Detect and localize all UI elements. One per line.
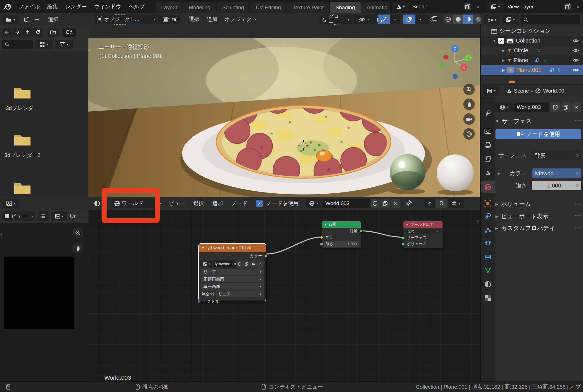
tab-animation[interactable]: Animatio <box>361 2 390 13</box>
file-browser-menu-select[interactable]: 選択 <box>44 13 62 26</box>
surface-value-dropdown[interactable]: 背景 <box>532 151 581 160</box>
tab-modeling[interactable]: Modeling <box>183 2 216 13</box>
shader-type-dropdown[interactable]: ワールド <box>111 199 158 208</box>
properties-editor-dropdown[interactable]: ▾ <box>483 86 499 96</box>
tab-sculpting[interactable]: Sculpting <box>217 2 250 13</box>
shader-menu-select[interactable]: 選択 <box>190 197 208 210</box>
xray-toggle[interactable] <box>428 15 440 24</box>
world-fake-user-button[interactable] <box>551 102 560 112</box>
image-pan-button[interactable] <box>72 242 83 253</box>
viewport-canvas[interactable]: ユーザー・透視投影 (1) Collection | Plane.001 › ‹… <box>88 38 480 197</box>
menu-window[interactable]: ウィンドウ <box>90 0 125 13</box>
scene-unlink-button[interactable]: × <box>476 4 479 10</box>
tab-object-data-icon[interactable] <box>485 267 491 273</box>
copy-id-button[interactable] <box>381 199 390 208</box>
output-target-dropdown[interactable]: 全て▾ <box>403 228 443 235</box>
tab-world-active[interactable] <box>481 181 495 193</box>
world-name-field[interactable]: World.003 <box>514 102 549 112</box>
blender-logo-icon[interactable] <box>3 3 12 10</box>
view-layer-remove-button[interactable]: × <box>577 4 580 10</box>
tab-physics-icon[interactable] <box>485 240 491 247</box>
world-unlink-button[interactable]: × <box>572 102 581 112</box>
animate-dot[interactable] <box>576 154 579 157</box>
gizmos-dropdown[interactable]: ▾ <box>390 15 400 24</box>
view-layer-name-field[interactable]: View Layer × <box>505 2 581 11</box>
drag-dots[interactable]: ∷∷ <box>575 119 581 123</box>
scene-dropdown[interactable]: ▾ <box>392 2 409 11</box>
expand-triangle[interactable]: ▶ <box>502 68 505 72</box>
tab-output-icon[interactable] <box>485 142 491 148</box>
sidebar-collapse-chevron[interactable]: ‹ <box>476 46 478 52</box>
image-browse-dropdown[interactable]: ▾ <box>51 212 67 221</box>
node-background[interactable]: ▼背景 背景 カラー 強さ1.000 <box>322 221 361 248</box>
create-folder-button[interactable] <box>48 28 59 37</box>
pin-button[interactable] <box>406 200 412 207</box>
image-view-mode-dropdown[interactable]: ビュー▾ <box>2 212 35 221</box>
world-datablock-dropdown[interactable]: ▾ <box>495 102 513 112</box>
menu-edit[interactable]: 編集 <box>44 0 62 13</box>
socket-strength-input[interactable] <box>320 243 323 246</box>
toolbar-expand-chevron[interactable]: › <box>89 47 91 53</box>
shader-type-chevron[interactable]: ▾ <box>160 202 162 205</box>
file-item-folder[interactable]: 3dブレンダー2 <box>13 132 48 159</box>
tab-scene-icon[interactable] <box>485 170 491 175</box>
outliner-row-plane-001[interactable]: ▶ ▼ Plane.001 <box>481 65 583 75</box>
shading-wireframe-button[interactable] <box>443 15 453 24</box>
colorspace-dropdown[interactable]: リニア▾ <box>216 291 264 297</box>
node-snap-target-dropdown[interactable]: ▾ <box>448 199 464 208</box>
shading-solid-button[interactable] <box>453 15 463 24</box>
outliner-display-dropdown[interactable]: ▾ <box>484 15 500 24</box>
viewport-menu-select[interactable]: 選択 <box>185 13 203 25</box>
node-world-output-header[interactable]: ▼ワールド出力 <box>403 221 443 228</box>
image-copy-button[interactable] <box>243 260 250 267</box>
parent-node-tree-button[interactable] <box>424 199 435 208</box>
shading-material-button[interactable] <box>463 15 473 24</box>
color-value-dropdown[interactable]: lythwoo... <box>532 168 581 178</box>
node-snap-toggle[interactable] <box>436 199 447 208</box>
use-nodes-checkbox[interactable]: ✓ <box>256 200 263 207</box>
tab-constraints-icon[interactable] <box>485 254 491 260</box>
outliner-row-partial[interactable] <box>481 75 583 84</box>
shader-editor-type-dropdown[interactable]: ▾ <box>91 199 106 208</box>
view-layer-dropdown[interactable]: ▾ <box>487 2 504 11</box>
file-browser-menu-view[interactable]: ビュー <box>20 13 43 26</box>
drag-dots[interactable]: ∷∷ <box>575 226 581 230</box>
expand-triangle[interactable]: ▼ <box>493 39 496 43</box>
overlays-toggle[interactable] <box>403 15 415 24</box>
zoom-button[interactable] <box>463 84 475 95</box>
image-zoom-button[interactable] <box>72 227 83 238</box>
collection-checkbox[interactable]: ✓ <box>498 38 504 44</box>
shader-menu-view[interactable]: ビュー <box>165 197 189 210</box>
image-unlink-button[interactable]: × <box>257 260 264 267</box>
unlink-world-button[interactable]: × <box>391 199 400 208</box>
node-canvas[interactable]: ▼lythwood_room_2k.hdr カラー ▾ lythwood_roo… <box>88 210 480 381</box>
node-env-projection[interactable]: 正距円筒図▾ <box>199 276 266 283</box>
hide-eye-icon[interactable] <box>572 58 579 62</box>
custom-properties-panel-header[interactable]: ▶ カスタムプロパティ ∷∷ <box>495 223 581 233</box>
image-fake-user-button[interactable] <box>236 260 243 267</box>
viewport-menu-add[interactable]: 追加 <box>203 13 221 25</box>
node-world-output[interactable]: ▼ワールド出力 全て▾ サーフェス ボリューム <box>403 221 443 248</box>
move-view-button[interactable] <box>463 98 475 110</box>
image-open-button[interactable] <box>250 260 257 267</box>
node-env-interpolation[interactable]: リニア▾ <box>199 268 266 276</box>
shader-menu-add[interactable]: 追加 <box>209 197 227 210</box>
socket-color-input[interactable] <box>320 236 323 239</box>
navigation-gizmo[interactable]: Z Y X <box>438 44 472 79</box>
socket-background-output[interactable] <box>359 229 363 233</box>
outliner-search-input[interactable] <box>521 15 580 24</box>
hide-eye-icon[interactable] <box>572 48 579 53</box>
filter-dropdown[interactable]: ▾ <box>55 40 73 49</box>
tab-object-icon[interactable] <box>485 200 491 207</box>
tab-material-icon[interactable] <box>485 281 491 288</box>
tab-modifiers-icon[interactable] <box>485 213 491 219</box>
tab-view-layer-icon[interactable] <box>485 156 491 162</box>
shader-menu-node[interactable]: ノード <box>228 197 251 210</box>
menu-file[interactable]: ファイル <box>15 0 44 13</box>
tab-layout[interactable]: Layout <box>156 2 183 13</box>
menu-render[interactable]: レンダー <box>62 0 90 13</box>
node-env-header[interactable]: ▼lythwood_room_2k.hdr <box>199 244 266 252</box>
use-nodes-button[interactable]: ノードを使用 <box>495 129 581 139</box>
surface-panel-header[interactable]: ▼ サーフェス ∷∷ <box>495 116 581 126</box>
viewport-menu-object[interactable]: オブジェクト <box>221 13 261 25</box>
